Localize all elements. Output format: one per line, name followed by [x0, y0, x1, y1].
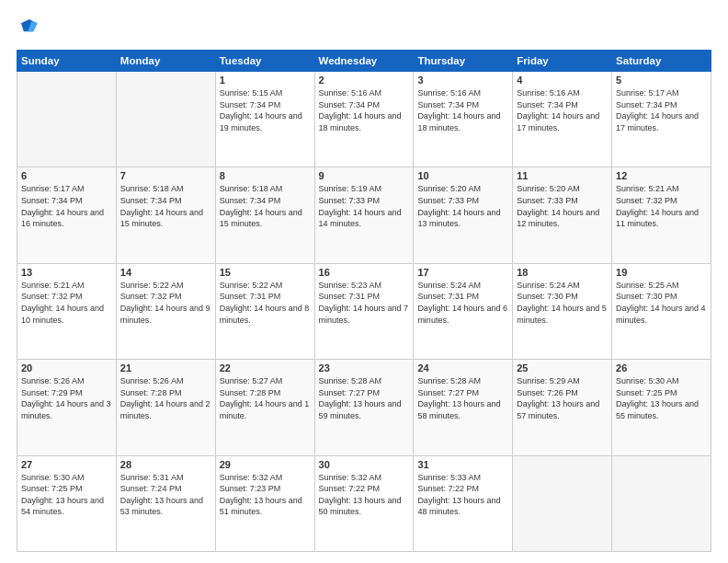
day-number: 16	[319, 267, 410, 278]
day-detail: Sunrise: 5:17 AM Sunset: 7:34 PM Dayligh…	[21, 183, 112, 229]
calendar-cell: 14 Sunrise: 5:22 AM Sunset: 7:32 PM Dayl…	[116, 263, 215, 359]
day-number: 15	[220, 267, 311, 278]
calendar-cell: 18 Sunrise: 5:24 AM Sunset: 7:30 PM Dayl…	[513, 263, 612, 359]
calendar-table: SundayMondayTuesdayWednesdayThursdayFrid…	[17, 50, 711, 552]
day-number: 30	[319, 459, 410, 470]
day-number: 22	[220, 362, 311, 373]
calendar-cell: 17 Sunrise: 5:24 AM Sunset: 7:31 PM Dayl…	[414, 263, 513, 359]
day-detail: Sunrise: 5:20 AM Sunset: 7:33 PM Dayligh…	[517, 183, 608, 229]
day-number: 14	[120, 267, 211, 278]
day-number: 8	[220, 170, 311, 181]
day-number: 23	[319, 362, 410, 373]
calendar-cell: 11 Sunrise: 5:20 AM Sunset: 7:33 PM Dayl…	[513, 167, 612, 263]
day-detail: Sunrise: 5:24 AM Sunset: 7:30 PM Dayligh…	[517, 280, 608, 326]
day-number: 26	[616, 362, 707, 373]
day-detail: Sunrise: 5:23 AM Sunset: 7:31 PM Dayligh…	[319, 280, 410, 326]
weekday-header-sunday: Sunday	[17, 51, 117, 72]
calendar-cell: 16 Sunrise: 5:23 AM Sunset: 7:31 PM Dayl…	[314, 263, 414, 359]
day-number: 6	[21, 170, 112, 181]
logo	[17, 17, 39, 40]
calendar-cell: 23 Sunrise: 5:28 AM Sunset: 7:27 PM Dayl…	[314, 360, 414, 455]
day-number: 18	[517, 267, 608, 278]
day-detail: Sunrise: 5:19 AM Sunset: 7:33 PM Dayligh…	[319, 183, 410, 229]
calendar-cell: 28 Sunrise: 5:31 AM Sunset: 7:24 PM Dayl…	[116, 455, 215, 551]
calendar-cell: 7 Sunrise: 5:18 AM Sunset: 7:34 PM Dayli…	[116, 167, 215, 263]
day-number: 9	[319, 170, 410, 181]
day-number: 11	[517, 170, 608, 181]
calendar-cell: 29 Sunrise: 5:32 AM Sunset: 7:23 PM Dayl…	[215, 455, 314, 551]
day-detail: Sunrise: 5:18 AM Sunset: 7:34 PM Dayligh…	[120, 183, 211, 229]
weekday-header-tuesday: Tuesday	[215, 51, 314, 72]
calendar-cell: 12 Sunrise: 5:21 AM Sunset: 7:32 PM Dayl…	[612, 167, 711, 263]
weekday-header-saturday: Saturday	[612, 51, 711, 72]
day-number: 3	[417, 75, 508, 86]
day-detail: Sunrise: 5:30 AM Sunset: 7:25 PM Dayligh…	[21, 472, 112, 518]
day-detail: Sunrise: 5:31 AM Sunset: 7:24 PM Dayligh…	[120, 472, 211, 518]
day-detail: Sunrise: 5:32 AM Sunset: 7:22 PM Dayligh…	[319, 472, 410, 518]
calendar-cell: 13 Sunrise: 5:21 AM Sunset: 7:32 PM Dayl…	[17, 263, 117, 359]
day-detail: Sunrise: 5:21 AM Sunset: 7:32 PM Dayligh…	[21, 280, 112, 326]
day-detail: Sunrise: 5:16 AM Sunset: 7:34 PM Dayligh…	[517, 87, 608, 133]
weekday-header-wednesday: Wednesday	[314, 51, 414, 72]
calendar-cell: 19 Sunrise: 5:25 AM Sunset: 7:30 PM Dayl…	[612, 263, 711, 359]
day-detail: Sunrise: 5:27 AM Sunset: 7:28 PM Dayligh…	[220, 375, 311, 421]
day-detail: Sunrise: 5:20 AM Sunset: 7:33 PM Dayligh…	[417, 183, 508, 229]
day-detail: Sunrise: 5:26 AM Sunset: 7:29 PM Dayligh…	[21, 375, 112, 421]
calendar-cell: 26 Sunrise: 5:30 AM Sunset: 7:25 PM Dayl…	[612, 360, 711, 455]
day-number: 12	[616, 170, 707, 181]
day-number: 21	[120, 362, 211, 373]
day-detail: Sunrise: 5:22 AM Sunset: 7:32 PM Dayligh…	[120, 280, 211, 326]
day-number: 13	[21, 267, 112, 278]
calendar-cell: 21 Sunrise: 5:26 AM Sunset: 7:28 PM Dayl…	[116, 360, 215, 455]
weekday-header-friday: Friday	[513, 51, 612, 72]
day-detail: Sunrise: 5:18 AM Sunset: 7:34 PM Dayligh…	[220, 183, 311, 229]
calendar-cell	[513, 455, 612, 551]
day-number: 27	[21, 459, 112, 470]
page: SundayMondayTuesdayWednesdayThursdayFrid…	[0, 0, 728, 563]
calendar-cell: 2 Sunrise: 5:16 AM Sunset: 7:34 PM Dayli…	[314, 72, 414, 167]
header	[17, 17, 711, 40]
day-number: 24	[417, 362, 508, 373]
day-detail: Sunrise: 5:21 AM Sunset: 7:32 PM Dayligh…	[616, 183, 707, 229]
day-detail: Sunrise: 5:28 AM Sunset: 7:27 PM Dayligh…	[417, 375, 508, 421]
calendar-cell: 8 Sunrise: 5:18 AM Sunset: 7:34 PM Dayli…	[215, 167, 314, 263]
calendar-cell: 20 Sunrise: 5:26 AM Sunset: 7:29 PM Dayl…	[17, 360, 117, 455]
calendar-cell: 3 Sunrise: 5:16 AM Sunset: 7:34 PM Dayli…	[414, 72, 513, 167]
day-number: 31	[417, 459, 508, 470]
calendar-cell: 30 Sunrise: 5:32 AM Sunset: 7:22 PM Dayl…	[314, 455, 414, 551]
day-detail: Sunrise: 5:16 AM Sunset: 7:34 PM Dayligh…	[319, 87, 410, 133]
day-detail: Sunrise: 5:32 AM Sunset: 7:23 PM Dayligh…	[220, 472, 311, 518]
day-number: 20	[21, 362, 112, 373]
day-detail: Sunrise: 5:24 AM Sunset: 7:31 PM Dayligh…	[417, 280, 508, 326]
calendar-cell	[116, 72, 215, 167]
calendar-cell: 4 Sunrise: 5:16 AM Sunset: 7:34 PM Dayli…	[513, 72, 612, 167]
day-number: 29	[220, 459, 311, 470]
day-number: 25	[517, 362, 608, 373]
calendar-cell	[612, 455, 711, 551]
day-detail: Sunrise: 5:26 AM Sunset: 7:28 PM Dayligh…	[120, 375, 211, 421]
day-number: 17	[417, 267, 508, 278]
day-detail: Sunrise: 5:15 AM Sunset: 7:34 PM Dayligh…	[220, 87, 311, 133]
day-number: 5	[616, 75, 707, 86]
calendar-cell: 9 Sunrise: 5:19 AM Sunset: 7:33 PM Dayli…	[314, 167, 414, 263]
calendar-cell: 22 Sunrise: 5:27 AM Sunset: 7:28 PM Dayl…	[215, 360, 314, 455]
calendar-cell: 24 Sunrise: 5:28 AM Sunset: 7:27 PM Dayl…	[414, 360, 513, 455]
weekday-header-monday: Monday	[116, 51, 215, 72]
calendar-cell: 31 Sunrise: 5:33 AM Sunset: 7:22 PM Dayl…	[414, 455, 513, 551]
day-detail: Sunrise: 5:28 AM Sunset: 7:27 PM Dayligh…	[319, 375, 410, 421]
logo-icon	[18, 17, 39, 37]
day-detail: Sunrise: 5:22 AM Sunset: 7:31 PM Dayligh…	[220, 280, 311, 326]
day-detail: Sunrise: 5:29 AM Sunset: 7:26 PM Dayligh…	[517, 375, 608, 421]
calendar-cell: 27 Sunrise: 5:30 AM Sunset: 7:25 PM Dayl…	[17, 455, 117, 551]
weekday-header-thursday: Thursday	[414, 51, 513, 72]
day-number: 10	[417, 170, 508, 181]
day-detail: Sunrise: 5:25 AM Sunset: 7:30 PM Dayligh…	[616, 280, 707, 326]
day-detail: Sunrise: 5:30 AM Sunset: 7:25 PM Dayligh…	[616, 375, 707, 421]
calendar-cell: 25 Sunrise: 5:29 AM Sunset: 7:26 PM Dayl…	[513, 360, 612, 455]
calendar-cell	[17, 72, 117, 167]
calendar-cell: 5 Sunrise: 5:17 AM Sunset: 7:34 PM Dayli…	[612, 72, 711, 167]
day-number: 7	[120, 170, 211, 181]
day-number: 28	[120, 459, 211, 470]
calendar-cell: 15 Sunrise: 5:22 AM Sunset: 7:31 PM Dayl…	[215, 263, 314, 359]
day-number: 1	[220, 75, 311, 86]
